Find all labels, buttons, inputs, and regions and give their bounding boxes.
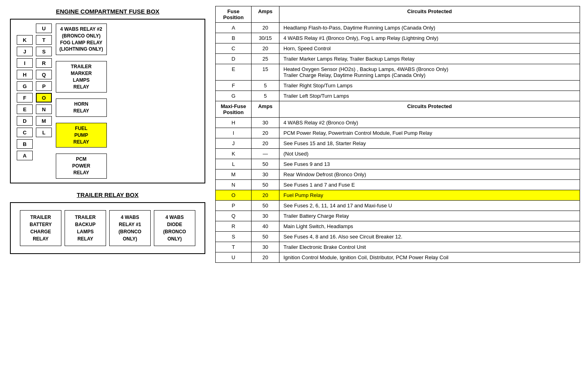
fuse-b: B	[17, 139, 33, 149]
cell-fuse: M	[216, 169, 252, 180]
cell-circuits: See Fuses 1 and 7 and Fuse E	[279, 180, 580, 190]
cell-circuits: Trailer Electronic Brake Control Unit	[279, 242, 580, 252]
cell-fuse: R	[216, 221, 252, 232]
relay-pcm-power: PCMPOWERRELAY	[56, 154, 107, 178]
cell-fuse: C	[216, 43, 252, 54]
cell-circuits: See Fuses 2, 6, 11, 14 and 17 and Maxi-f…	[279, 201, 580, 211]
right-panel: FusePosition Amps Circuits Protected A 2…	[211, 4, 584, 386]
header-circuits: Circuits Protected	[279, 6, 580, 23]
fuse-j: J	[17, 47, 33, 56]
spacer	[17, 24, 33, 33]
cell-circuits: Rear Window Defrost (Bronco Only)	[279, 169, 580, 180]
fuse-row-q: Q	[36, 70, 52, 79]
cell-fuse: K	[216, 149, 252, 159]
fuse-f: F	[17, 93, 33, 102]
fuse-row-m: M	[36, 116, 52, 126]
cell-amps: 20	[252, 23, 279, 33]
cell-circuits: Horn, Speed Control	[279, 43, 580, 54]
cell-fuse: J	[216, 138, 252, 149]
table-row: S 50 See Fuses 4, 8 and 16. Also see Cir…	[216, 232, 580, 242]
header-amps: Amps	[252, 6, 279, 23]
fuse-row-p: P	[36, 81, 52, 91]
relay-trailer-marker: TRAILERMARKERLAMPSRELAY	[56, 61, 107, 93]
fuse-row-k: K	[17, 35, 33, 45]
cell-amps: 5	[252, 91, 279, 101]
subheader-fuse: Maxi-Fuse Position	[216, 101, 252, 118]
cell-fuse: O	[216, 190, 252, 201]
cell-circuits: Trailer Battery Charge Relay	[279, 211, 580, 221]
cell-fuse: Q	[216, 211, 252, 221]
cell-amps: 20	[252, 252, 279, 263]
cell-amps: 20	[252, 128, 279, 138]
fuse-row-n: N	[36, 104, 52, 114]
fuse-row-u	[17, 24, 33, 33]
table-row: B 30/15 4 WABS Relay #1 (Bronco Only), F…	[216, 33, 580, 43]
cell-circuits: Trailer Marker Lamps Relay, Trailer Back…	[279, 54, 580, 64]
table-row: N 50 See Fuses 1 and 7 and Fuse E	[216, 180, 580, 190]
fuse-row-t: T	[36, 35, 52, 45]
fuse-row-f: F	[17, 93, 33, 102]
cell-amps: 30	[252, 118, 279, 128]
cell-amps: 30	[252, 242, 279, 252]
fuse-row-c: C	[17, 128, 33, 137]
subheader-amps: Amps	[252, 101, 279, 118]
cell-amps: 50	[252, 201, 279, 211]
cell-circuits: Main Light Switch, Headlamps	[279, 221, 580, 232]
table-row: C 20 Horn, Speed Control	[216, 43, 580, 54]
cell-amps: 5	[252, 81, 279, 91]
fuse-row-u2: U	[36, 24, 52, 33]
cell-fuse: S	[216, 232, 252, 242]
fuse-g: G	[17, 81, 33, 91]
left-panel: ENGINE COMPARTMENT FUSE BOX K J	[4, 4, 211, 386]
table-row: I 20 PCM Power Relay, Powertrain Control…	[216, 128, 580, 138]
cell-fuse: P	[216, 201, 252, 211]
cell-circuits: (Not Used)	[279, 149, 580, 159]
trailer-cell-backup-lamps: TRAILERBACKUPLAMPSRELAY	[65, 210, 106, 246]
table-row: L 50 See Fuses 9 and 13	[216, 159, 580, 169]
fuse-row-a: A	[17, 151, 33, 160]
table-row: D 25 Trailer Marker Lamps Relay, Trailer…	[216, 54, 580, 64]
cell-circuits: Heated Oxygen Sensor (HO2s) , Backup Lam…	[279, 64, 580, 81]
fuse-e: E	[17, 104, 33, 114]
engine-box-inner: K J I H G	[17, 24, 199, 179]
cell-fuse: L	[216, 159, 252, 169]
fuse-table: FusePosition Amps Circuits Protected A 2…	[215, 6, 580, 263]
fuse-h: H	[17, 70, 33, 79]
fuse-row-j: J	[17, 47, 33, 56]
cell-fuse: N	[216, 180, 252, 190]
table-row: Q 30 Trailer Battery Charge Relay	[216, 211, 580, 221]
table-row: U 20 Ignition Control Module, Ignition C…	[216, 252, 580, 263]
cell-amps: 20	[252, 190, 279, 201]
table-row: A 20 Headlamp Flash-to-Pass, Daytime Run…	[216, 23, 580, 33]
fuse-c: C	[17, 128, 33, 137]
trailer-title: TRAILER RELAY BOX	[10, 191, 205, 198]
table-row: M 30 Rear Window Defrost (Bronco Only)	[216, 169, 580, 180]
fuse-p: P	[36, 81, 52, 91]
fuse-row-r: R	[36, 58, 52, 68]
cell-circuits: Fuel Pump Relay	[279, 190, 580, 201]
cell-circuits: Ignition Control Module, Ignition Coil, …	[279, 252, 580, 263]
cell-fuse: G	[216, 91, 252, 101]
trailer-box-inner: TRAILERBATTERYCHARGERELAY TRAILERBACKUPL…	[17, 207, 199, 249]
table-row: J 20 See Fuses 15 and 18, Starter Relay	[216, 138, 580, 149]
trailer-cell-battery-charge: TRAILERBATTERYCHARGERELAY	[20, 210, 61, 246]
table-row: Maxi-Fuse Position Amps Circuits Protect…	[216, 101, 580, 118]
fuse-row-b: B	[17, 139, 33, 149]
cell-amps: 30/15	[252, 33, 279, 43]
trailer-relay-box: TRAILERBATTERYCHARGERELAY TRAILERBACKUPL…	[10, 202, 205, 254]
cell-amps: —	[252, 149, 279, 159]
cell-fuse: H	[216, 118, 252, 128]
cell-fuse: T	[216, 242, 252, 252]
table-row: F 5 Trailer Right Stop/Turn Lamps	[216, 81, 580, 91]
cell-fuse: B	[216, 33, 252, 43]
cell-fuse: I	[216, 128, 252, 138]
cell-amps: 50	[252, 159, 279, 169]
cell-circuits: See Fuses 15 and 18, Starter Relay	[279, 138, 580, 149]
fuse-t: T	[36, 35, 52, 45]
relay-fuel-pump: FUELPUMPRELAY	[56, 123, 107, 148]
fuse-row-d: D	[17, 116, 33, 126]
fuse-s: S	[36, 47, 52, 56]
fuse-n: N	[36, 104, 52, 114]
fuse-row-g: G	[17, 81, 33, 91]
cell-amps: 40	[252, 221, 279, 232]
